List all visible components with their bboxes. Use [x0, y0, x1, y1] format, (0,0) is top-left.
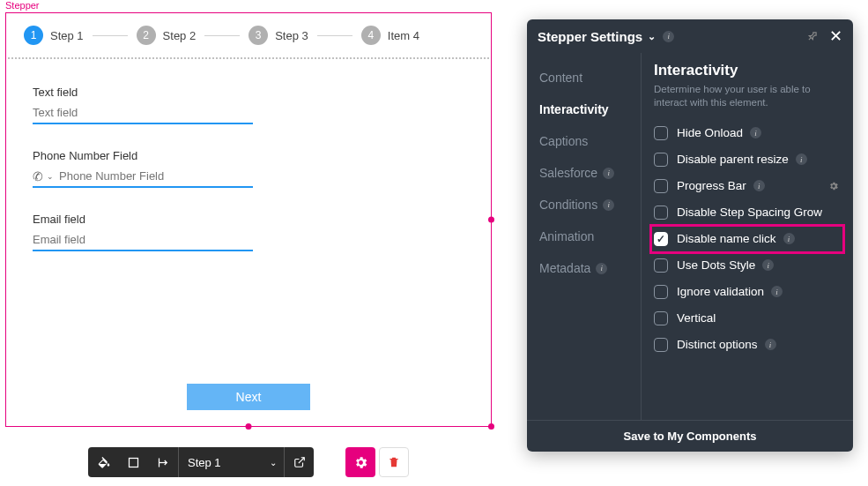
option-progress-bar[interactable]: Progress Bar i: [654, 173, 841, 199]
nav-content[interactable]: Content: [539, 62, 641, 93]
stepper-component[interactable]: 1 Step 1 2 Step 2 3 Step 3 4 Item 4 Text…: [5, 12, 492, 427]
step-2[interactable]: 2 Step 2: [137, 26, 197, 45]
info-icon[interactable]: i: [765, 339, 776, 350]
phone-field-label: Phone Number Field: [33, 149, 253, 162]
phone-field-input[interactable]: [59, 166, 253, 186]
pin-icon[interactable]: [804, 27, 821, 45]
text-field-label: Text field: [33, 86, 253, 99]
chevron-down-icon: ⌄: [270, 458, 277, 467]
component-label: Stepper: [5, 0, 40, 11]
step-label: Step 1: [50, 29, 84, 42]
save-to-my-components[interactable]: Save to My Components: [527, 420, 853, 452]
option-ignore-validation[interactable]: Ignore validation i: [654, 279, 841, 305]
info-icon[interactable]: i: [796, 153, 807, 165]
settings-content: Interactivity Determine how your user is…: [642, 53, 853, 420]
chevron-down-icon[interactable]: ⌄: [47, 172, 54, 181]
option-label: Progress Bar: [677, 179, 746, 192]
email-field-group: Email field: [33, 213, 253, 251]
step-number: 3: [249, 26, 268, 45]
info-icon[interactable]: i: [762, 259, 774, 271]
step-label: Item 4: [388, 29, 419, 42]
info-icon: i: [596, 263, 607, 274]
checkbox[interactable]: [654, 258, 668, 273]
form-area: Text field Phone Number Field ✆ ⌄ Email …: [6, 59, 491, 303]
checkbox[interactable]: [654, 311, 668, 325]
step-connector: [93, 35, 128, 36]
option-disable-name-click[interactable]: Disable name click i: [651, 226, 843, 252]
email-field-input[interactable]: [33, 229, 253, 251]
phone-field-group: Phone Number Field ✆ ⌄: [33, 149, 253, 188]
svg-line-3: [298, 458, 303, 463]
info-icon[interactable]: i: [771, 286, 783, 297]
step-label: Step 2: [163, 29, 197, 42]
nav-animation[interactable]: Animation: [539, 221, 641, 252]
step-4[interactable]: 4 Item 4: [361, 26, 419, 45]
section-title: Interactivity: [654, 62, 841, 79]
info-icon[interactable]: i: [750, 127, 761, 138]
nav-captions[interactable]: Captions: [539, 125, 641, 157]
option-label: Vertical: [677, 311, 716, 325]
text-field-input[interactable]: [33, 102, 253, 124]
email-field-label: Email field: [33, 213, 253, 226]
fill-icon[interactable]: [88, 447, 118, 477]
nav-salesforce[interactable]: Salesforcei: [539, 157, 641, 189]
nav-metadata[interactable]: Metadatai: [539, 252, 641, 284]
text-field-group: Text field: [33, 86, 253, 124]
info-icon[interactable]: i: [663, 31, 674, 42]
globe-phone-icon[interactable]: ✆: [33, 169, 43, 183]
step-3[interactable]: 3 Step 3: [249, 26, 308, 45]
option-label: Hide Onload: [677, 126, 743, 139]
resize-handle-bottom-right[interactable]: [488, 423, 494, 430]
option-label: Disable name click: [677, 232, 776, 245]
settings-nav: Content Interactivity Captions Salesforc…: [527, 53, 642, 420]
panel-title[interactable]: Stepper Settings ⌄: [538, 29, 656, 44]
close-icon[interactable]: ✕: [829, 28, 842, 44]
chevron-down-icon: ⌄: [648, 31, 656, 42]
option-disable-parent-resize[interactable]: Disable parent resize i: [654, 146, 841, 173]
step-number: 2: [137, 26, 156, 45]
gear-icon[interactable]: [828, 181, 839, 191]
step-1[interactable]: 1 Step 1: [24, 26, 84, 45]
step-number: 4: [361, 26, 381, 45]
step-label: Step 3: [275, 29, 308, 42]
nav-interactivity[interactable]: Interactivity: [539, 93, 641, 125]
resize-handle-bottom[interactable]: [246, 423, 252, 430]
checkbox[interactable]: [654, 285, 668, 299]
settings-panel: Stepper Settings ⌄ i ✕ Content Interacti…: [527, 19, 853, 452]
info-icon: i: [603, 199, 614, 211]
step-number: 1: [24, 26, 43, 45]
step-select-value: Step 1: [188, 456, 221, 469]
open-external-icon[interactable]: [284, 447, 314, 477]
option-hide-onload[interactable]: Hide Onload i: [654, 120, 841, 146]
settings-button[interactable]: [345, 447, 375, 477]
nav-conditions[interactable]: Conditionsi: [539, 189, 641, 221]
info-icon: i: [603, 168, 614, 179]
steps-header: 1 Step 1 2 Step 2 3 Step 3 4 Item 4: [6, 13, 491, 57]
checkbox[interactable]: [654, 206, 668, 220]
element-toolbar: Step 1 ⌄: [88, 447, 314, 477]
resize-handle-right[interactable]: [488, 217, 494, 223]
option-label: Ignore validation: [677, 285, 764, 298]
checkbox[interactable]: [654, 232, 668, 246]
option-use-dots-style[interactable]: Use Dots Style i: [654, 252, 841, 279]
step-select[interactable]: Step 1 ⌄: [178, 447, 284, 477]
checkbox[interactable]: [654, 126, 668, 140]
option-disable-step-spacing-grow[interactable]: Disable Step Spacing Grow: [654, 199, 841, 226]
info-icon[interactable]: i: [753, 180, 765, 191]
option-label: Distinct options: [677, 338, 758, 351]
checkbox[interactable]: [654, 153, 668, 167]
fit-icon[interactable]: [118, 447, 148, 477]
info-icon[interactable]: i: [783, 233, 795, 244]
option-distinct-options[interactable]: Distinct options i: [654, 332, 841, 358]
panel-header: Stepper Settings ⌄ i ✕: [527, 19, 853, 53]
option-vertical[interactable]: Vertical: [654, 305, 841, 332]
delete-button[interactable]: [379, 447, 409, 477]
option-label: Use Dots Style: [677, 258, 755, 272]
step-connector: [204, 35, 240, 36]
section-description: Determine how your user is able to inter…: [654, 83, 841, 109]
checkbox[interactable]: [654, 338, 668, 352]
align-icon[interactable]: [148, 447, 178, 477]
panel-title-text: Stepper Settings: [538, 29, 642, 44]
next-button[interactable]: Next: [187, 384, 310, 410]
checkbox[interactable]: [654, 179, 668, 193]
